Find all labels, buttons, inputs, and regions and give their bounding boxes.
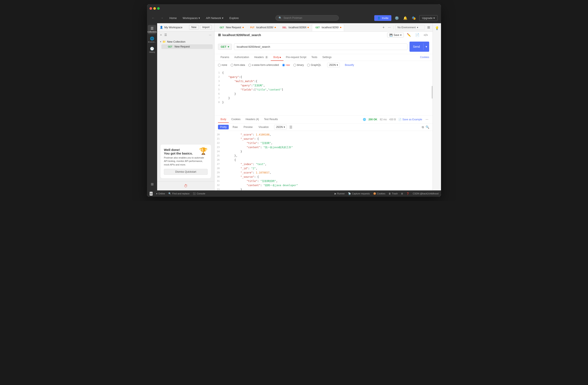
edit-icon-button[interactable]: ✏️	[405, 32, 412, 38]
response-json-select[interactable]: JSON ▾	[274, 125, 287, 129]
radio-binary[interactable]: binary	[293, 63, 304, 66]
tab-pre-request[interactable]: Pre-request Script	[283, 54, 309, 61]
explore-button[interactable]: Explore	[228, 16, 240, 20]
radio-urlencoded[interactable]: x-www-form-urlencoded	[248, 63, 279, 66]
console-button[interactable]: ⬛ Console	[193, 192, 205, 195]
forward-button[interactable]: →	[159, 16, 165, 20]
resp-tab-headers[interactable]: Headers (4)	[243, 116, 261, 123]
add-workspace-button[interactable]: ⊞	[148, 180, 156, 189]
environment-select[interactable]: No Environment ▾	[395, 25, 425, 30]
trash-button[interactable]: 🗑 Trash	[389, 192, 398, 195]
lightbulb-button[interactable]: 💡	[434, 25, 440, 31]
settings-button[interactable]: ⚙️	[394, 15, 400, 21]
code-line-1: 1 {	[215, 71, 433, 75]
code-line-8: 8 }	[215, 100, 433, 104]
help-button[interactable]: ❓	[406, 192, 409, 195]
code-editor[interactable]: 1 { 2 "query":{ 3 "multi_match":{	[215, 69, 433, 116]
close-button[interactable]	[149, 7, 152, 10]
save-button[interactable]: 💾 Save ▾	[387, 33, 404, 37]
cookies-bottom-button[interactable]: 🍪 Cookies	[373, 192, 385, 195]
invite-button[interactable]: 👤 Invite	[374, 15, 391, 21]
notifications-button[interactable]: 🔔	[402, 15, 408, 21]
more-options-button[interactable]: ···	[209, 33, 212, 37]
tab-authorization[interactable]: Authorization	[232, 54, 252, 61]
add-collection-button[interactable]: +	[160, 33, 162, 37]
find-replace-button[interactable]: 🔍 Find and replace	[168, 192, 189, 195]
url-input[interactable]	[234, 43, 408, 50]
tab-headers[interactable]: Headers 8	[252, 54, 271, 61]
cookies-link[interactable]: Cookies	[420, 54, 429, 61]
dismiss-quickstart-button[interactable]: Dismiss Quickstart	[164, 169, 208, 175]
add-icon: ⊞	[151, 182, 154, 186]
home-button[interactable]: Home	[168, 16, 178, 20]
more-tabs-button[interactable]: ···	[387, 25, 392, 30]
send-btn-label[interactable]: Send	[410, 43, 423, 50]
tab-params[interactable]: Params	[218, 54, 232, 61]
method-select[interactable]: GET ▾	[218, 44, 232, 50]
format-preview[interactable]: Preview	[241, 125, 255, 129]
collection-item: ▾ 📁 New Collection GET New Request	[157, 38, 214, 50]
console-icon: ⬛	[193, 192, 196, 195]
sidebar-footer: Well done! You got the basics. 🏆 Postman…	[157, 141, 214, 182]
beautify-button[interactable]: Beautify	[345, 63, 354, 66]
save-example-button[interactable]: 📄 Save as Example	[398, 118, 422, 121]
import-button[interactable]: Import	[200, 25, 212, 30]
new-tab-button[interactable]: +	[382, 25, 385, 30]
capture-button[interactable]: 📡 Capture requests	[348, 192, 370, 195]
sidebar-item-environments[interactable]: 🌐 Environ...	[148, 35, 156, 44]
tab-new-request[interactable]: GET New Request	[216, 24, 247, 31]
top-nav: ← → Home Workspaces ▾ API Network ▾ Expl…	[147, 13, 441, 23]
new-button[interactable]: New	[189, 25, 199, 30]
sidebar-item-collections[interactable]: ☰ Collections	[148, 25, 156, 34]
collection-header[interactable]: ▾ 📁 New Collection	[159, 39, 213, 44]
document-icon-button[interactable]: 📄	[414, 32, 421, 38]
expand-button[interactable]: ⊞	[401, 192, 403, 195]
send-btn-dropdown[interactable]: ▾	[423, 43, 429, 50]
tab-settings[interactable]: Settings	[320, 54, 334, 61]
radio-graphql[interactable]: GraphQL	[307, 63, 321, 66]
resp-tab-test-results[interactable]: Test Results	[261, 116, 280, 123]
avatar-button[interactable]: 🎭	[411, 15, 417, 21]
radio-raw[interactable]: raw	[282, 63, 290, 66]
tabs-bar: GET New Request PUT localhost:9200/ DEL …	[215, 23, 433, 32]
json-format-select[interactable]: JSON ▾	[327, 63, 340, 67]
code-icon-button[interactable]: </>	[422, 32, 429, 38]
maximize-button[interactable]	[157, 7, 160, 10]
api-network-button[interactable]: API Network ▾	[205, 16, 225, 20]
sidebar-toggle-button[interactable]: ⊟	[149, 192, 153, 196]
resp-tab-cookies[interactable]: Cookies	[229, 116, 243, 123]
response-size: 430 B	[389, 118, 396, 121]
online-status[interactable]: ● Online	[156, 192, 165, 195]
response-more-button[interactable]: ···	[425, 117, 429, 122]
sidebar: 👤 My Workspace New Import + ☰ ···	[157, 23, 215, 190]
code-line-6: 6 }	[215, 92, 433, 96]
timer-button[interactable]: ⏱	[184, 183, 188, 189]
filter-button[interactable]: ☰	[164, 33, 168, 37]
tab-put[interactable]: PUT localhost:9200/	[247, 24, 279, 31]
environment-manage-button[interactable]: ⊞	[426, 25, 431, 30]
resp-tab-body[interactable]: Body	[218, 116, 229, 123]
format-pretty[interactable]: Pretty	[218, 125, 229, 129]
tab-body[interactable]: Body	[271, 54, 283, 61]
radio-form-data[interactable]: form-data	[231, 63, 245, 66]
tab-del[interactable]: DEL localhost:9200/t	[279, 24, 312, 31]
search-response-button[interactable]: 🔍	[426, 125, 429, 129]
back-button[interactable]: ←	[150, 16, 156, 20]
copy-response-button[interactable]: ⧉	[422, 125, 424, 129]
upgrade-button[interactable]: Upgrade ▾	[419, 15, 438, 21]
sidebar-request-item[interactable]: GET New Request	[161, 44, 213, 49]
search-postman[interactable]: 🔍 Search Postman	[275, 15, 339, 21]
minimize-button[interactable]	[153, 7, 156, 10]
radio-none[interactable]: none	[218, 63, 227, 66]
tab-dot	[340, 27, 341, 28]
format-raw[interactable]: Raw	[231, 125, 240, 129]
tab-get-active[interactable]: GET localhost:9200/	[312, 24, 344, 31]
sidebar-item-history[interactable]: 🕐 History	[148, 45, 156, 55]
format-visualize[interactable]: Visualize	[256, 125, 271, 129]
filter-response-button[interactable]: ☰	[289, 125, 292, 129]
workspaces-button[interactable]: Workspaces ▾	[181, 16, 201, 20]
tab-tests[interactable]: Tests	[309, 54, 320, 61]
runner-button[interactable]: ▶ Runner	[335, 192, 345, 195]
content-area: ☰ Collections 🌐 Environ... 🕐 History ⊞	[147, 23, 441, 190]
send-button[interactable]: Send ▾	[410, 41, 429, 52]
